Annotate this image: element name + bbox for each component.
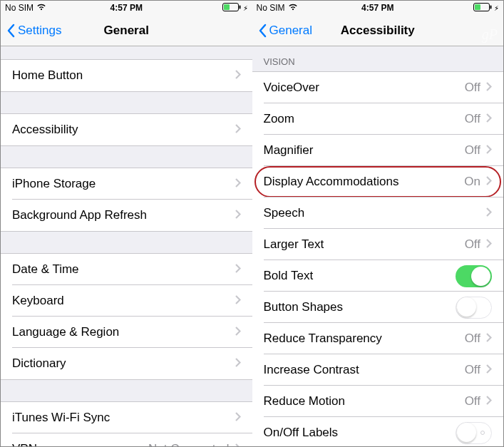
chevron-icon: [235, 263, 241, 276]
group-localization: Date & Time Keyboard Language & Region D…: [1, 253, 252, 380]
cell-on-off-labels[interactable]: On/Off Labels: [252, 417, 504, 446]
cell-increase-contrast[interactable]: Increase ContrastOff: [252, 354, 504, 386]
cell-magnifier[interactable]: MagnifierOff: [252, 135, 504, 166]
chevron-icon: [235, 294, 241, 307]
svg-rect-4: [490, 5, 492, 9]
cell-itunes-wifi-sync[interactable]: iTunes Wi-Fi Sync: [1, 402, 252, 433]
cell-label: Language & Region: [12, 325, 235, 339]
content-scroll[interactable]: Home Button Accessibility iPhone Storage…: [1, 46, 252, 446]
cell-label: Bold Text: [264, 269, 456, 283]
cell-accessibility[interactable]: Accessibility: [1, 114, 252, 145]
cell-bold-text[interactable]: Bold Text: [252, 260, 504, 292]
cell-label: iPhone Storage: [12, 177, 235, 191]
toggle-switch[interactable]: [456, 297, 492, 319]
cell-keyboard[interactable]: Keyboard: [1, 285, 252, 317]
toggle-switch[interactable]: [456, 422, 492, 444]
group-storage: iPhone Storage Background App Refresh: [1, 168, 252, 232]
cell-voiceover[interactable]: VoiceOverOff: [252, 72, 504, 103]
section-header-vision: Vision: [252, 46, 504, 71]
cell-button-shapes[interactable]: Button Shapes: [252, 292, 504, 323]
cell-value: Off: [465, 112, 480, 126]
group-home: Home Button: [1, 59, 252, 92]
cell-date-time[interactable]: Date & Time: [1, 254, 252, 285]
status-bar: No SIM 4:57 PM ⚡︎: [1, 1, 252, 15]
chevron-icon: [235, 123, 241, 136]
back-label: General: [269, 24, 312, 38]
chevron-icon: [486, 175, 492, 188]
cell-label: Button Shapes: [264, 300, 456, 314]
phone-general: No SIM 4:57 PM ⚡︎ Settings General Home …: [1, 1, 252, 446]
cell-label: VPN: [12, 442, 148, 446]
cell-value: Off: [465, 332, 480, 346]
group-sync: iTunes Wi-Fi Sync VPN Not Connected: [1, 401, 252, 446]
group-accessibility: Accessibility: [1, 113, 252, 146]
nav-title: General: [104, 24, 149, 38]
cell-language-region[interactable]: Language & Region: [1, 317, 252, 348]
cell-value: Off: [465, 237, 480, 252]
cell-speech[interactable]: Speech: [252, 197, 504, 229]
cell-dictionary[interactable]: Dictionary: [1, 348, 252, 379]
cell-reduce-transparency[interactable]: Reduce TransparencyOff: [252, 323, 504, 354]
cell-label: Accessibility: [12, 123, 235, 137]
chevron-icon: [235, 326, 241, 339]
battery-icon: [222, 3, 241, 14]
cell-reduce-motion[interactable]: Reduce MotionOff: [252, 386, 504, 417]
cell-larger-text[interactable]: Larger TextOff: [252, 229, 504, 260]
cell-label: Magnifier: [264, 143, 465, 158]
cell-label: Increase Contrast: [264, 363, 465, 377]
chevron-icon: [235, 443, 241, 446]
group-vision: VoiceOverOffZoomOffMagnifierOffDisplay A…: [252, 71, 504, 446]
cell-label: Larger Text: [264, 237, 465, 252]
chevron-icon: [486, 207, 492, 220]
cell-iphone-storage[interactable]: iPhone Storage: [1, 168, 252, 200]
cell-background-refresh[interactable]: Background App Refresh: [1, 200, 252, 231]
charging-icon: ⚡︎: [243, 4, 248, 12]
cell-label: Reduce Transparency: [264, 332, 465, 346]
cell-label: Keyboard: [12, 294, 235, 308]
back-button[interactable]: Settings: [6, 24, 61, 38]
chevron-icon: [486, 144, 492, 157]
cell-label: Speech: [264, 206, 487, 220]
cell-label: Background App Refresh: [12, 208, 235, 222]
back-button[interactable]: General: [258, 24, 312, 38]
chevron-icon: [235, 357, 241, 370]
cell-label: Display Accommodations: [264, 175, 465, 189]
chevron-icon: [486, 364, 492, 376]
cell-label: Zoom: [264, 112, 465, 126]
nav-title: Accessibility: [341, 24, 415, 38]
chevron-icon: [235, 411, 241, 424]
cell-zoom[interactable]: ZoomOff: [252, 103, 504, 135]
nav-bar: General Accessibility: [252, 15, 504, 46]
back-label: Settings: [18, 24, 61, 38]
chevron-icon: [235, 178, 241, 190]
wifi-icon: [36, 3, 46, 13]
toggle-switch[interactable]: [456, 265, 492, 287]
cell-label: iTunes Wi-Fi Sync: [12, 411, 235, 425]
carrier-text: No SIM: [5, 3, 34, 13]
cell-vpn[interactable]: VPN Not Connected: [1, 433, 252, 446]
cell-label: Home Button: [12, 68, 235, 83]
cell-home-button[interactable]: Home Button: [1, 60, 252, 91]
cell-label: Reduce Motion: [264, 394, 465, 409]
cell-value: On: [464, 175, 480, 189]
chevron-icon: [486, 238, 492, 251]
cell-value: Off: [465, 81, 480, 95]
battery-icon: [473, 3, 492, 14]
cell-value: Off: [465, 363, 480, 377]
content-scroll[interactable]: Vision VoiceOverOffZoomOffMagnifierOffDi…: [252, 46, 504, 446]
cell-display-accommodations[interactable]: Display AccommodationsOn: [252, 166, 504, 197]
status-time: 4:57 PM: [361, 3, 394, 13]
status-bar: No SIM 4:57 PM ⚡︎: [252, 1, 504, 15]
cell-value: Off: [465, 394, 480, 409]
cell-label: VoiceOver: [264, 81, 465, 95]
chevron-icon: [486, 113, 492, 125]
chevron-icon: [235, 209, 241, 222]
chevron-icon: [486, 81, 492, 94]
cell-value: Not Connected: [148, 442, 229, 446]
carrier-text: No SIM: [257, 3, 285, 13]
nav-bar: Settings General: [1, 15, 252, 46]
status-time: 4:57 PM: [110, 3, 143, 13]
cell-label: On/Off Labels: [264, 426, 456, 440]
svg-rect-5: [475, 4, 480, 10]
cell-value: Off: [465, 143, 480, 158]
